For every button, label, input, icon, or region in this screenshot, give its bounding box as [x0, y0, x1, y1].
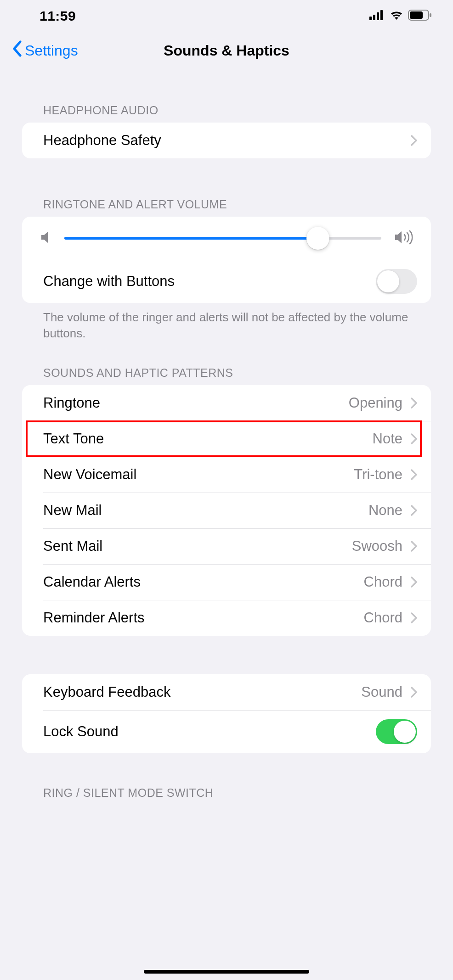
reminder-alerts-row[interactable]: Reminder Alerts Chord [22, 600, 431, 636]
section-header-patterns: SOUNDS AND HAPTIC PATTERNS [22, 366, 431, 385]
svg-rect-6 [430, 13, 431, 17]
group-patterns: Ringtone Opening Text Tone Note New Voic… [22, 385, 431, 636]
cellular-icon [369, 10, 385, 22]
calendar-alerts-row[interactable]: Calendar Alerts Chord [22, 564, 431, 600]
volume-slider-thumb[interactable] [306, 227, 329, 250]
text-tone-value: Note [373, 431, 402, 447]
toggle-knob [377, 270, 399, 292]
chevron-right-icon [411, 612, 417, 623]
volume-slider-row [22, 217, 431, 260]
chevron-right-icon [411, 541, 417, 552]
svg-rect-1 [373, 15, 375, 20]
change-with-buttons-label: Change with Buttons [43, 273, 376, 290]
home-indicator[interactable] [144, 970, 309, 974]
back-label: Settings [25, 42, 78, 59]
headphone-safety-row[interactable]: Headphone Safety [22, 123, 431, 158]
new-mail-value: None [368, 502, 402, 519]
new-mail-label: New Mail [43, 502, 368, 519]
back-button[interactable]: Settings [12, 40, 78, 61]
lock-sound-label: Lock Sound [43, 723, 376, 740]
keyboard-feedback-label: Keyboard Feedback [43, 684, 361, 700]
volume-footer-text: The volume of the ringer and alerts will… [22, 303, 431, 342]
speaker-low-icon [40, 230, 51, 246]
chevron-right-icon [411, 577, 417, 588]
headphone-safety-label: Headphone Safety [43, 132, 411, 149]
volume-slider-fill [64, 237, 318, 240]
svg-rect-0 [369, 17, 372, 20]
group-headphone-audio: Headphone Safety [22, 123, 431, 158]
ringtone-label: Ringtone [43, 395, 349, 411]
volume-slider[interactable] [64, 237, 381, 240]
section-header-headphone-audio: HEADPHONE AUDIO [22, 104, 431, 123]
navigation-bar: Settings Sounds & Haptics [0, 32, 453, 69]
chevron-right-icon [411, 469, 417, 480]
section-header-volume: RINGTONE AND ALERT VOLUME [22, 198, 431, 217]
new-mail-row[interactable]: New Mail None [22, 493, 431, 528]
keyboard-feedback-value: Sound [361, 684, 402, 700]
calendar-alerts-value: Chord [364, 574, 402, 590]
keyboard-feedback-row[interactable]: Keyboard Feedback Sound [22, 674, 431, 710]
ringtone-row[interactable]: Ringtone Opening [22, 385, 431, 421]
wifi-icon [390, 10, 403, 22]
ringtone-value: Opening [349, 395, 402, 411]
group-volume: Change with Buttons [22, 217, 431, 303]
calendar-alerts-label: Calendar Alerts [43, 574, 364, 590]
svg-rect-5 [410, 11, 423, 19]
status-time: 11:59 [40, 8, 76, 24]
new-voicemail-label: New Voicemail [43, 466, 354, 483]
change-with-buttons-toggle[interactable] [376, 269, 417, 294]
chevron-right-icon [411, 505, 417, 516]
svg-rect-3 [380, 10, 383, 20]
text-tone-label: Text Tone [43, 431, 373, 447]
reminder-alerts-label: Reminder Alerts [43, 610, 364, 626]
back-chevron-icon [12, 40, 22, 61]
reminder-alerts-value: Chord [364, 610, 402, 626]
change-with-buttons-row[interactable]: Change with Buttons [22, 260, 431, 303]
chevron-right-icon [411, 135, 417, 146]
status-bar: 11:59 [0, 0, 453, 32]
section-header-ring-silent: RING / SILENT MODE SWITCH [22, 786, 431, 800]
sent-mail-value: Swoosh [352, 538, 402, 554]
group-feedback: Keyboard Feedback Sound Lock Sound [22, 674, 431, 753]
toggle-knob [394, 721, 416, 743]
chevron-right-icon [411, 433, 417, 444]
chevron-right-icon [411, 687, 417, 698]
speaker-high-icon [394, 230, 414, 247]
sent-mail-label: Sent Mail [43, 538, 352, 554]
text-tone-row[interactable]: Text Tone Note [22, 421, 431, 457]
sent-mail-row[interactable]: Sent Mail Swoosh [22, 528, 431, 564]
lock-sound-row[interactable]: Lock Sound [22, 710, 431, 753]
lock-sound-toggle[interactable] [376, 719, 417, 744]
new-voicemail-row[interactable]: New Voicemail Tri-tone [22, 457, 431, 493]
status-icons [369, 10, 432, 22]
svg-rect-2 [377, 12, 379, 20]
chevron-right-icon [411, 398, 417, 409]
battery-icon [408, 10, 432, 22]
new-voicemail-value: Tri-tone [354, 466, 402, 483]
